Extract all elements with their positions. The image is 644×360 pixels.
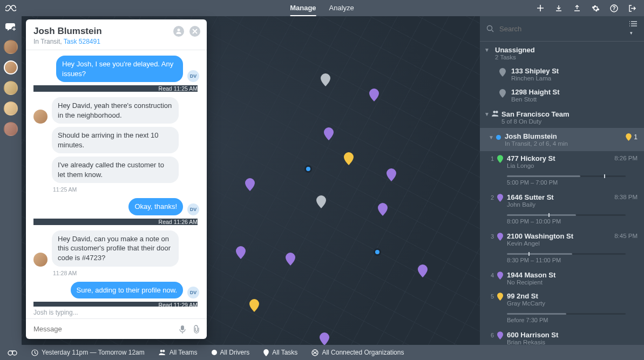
time-stamp: 11:25 AM: [53, 186, 199, 193]
avatar-dv: DV: [187, 203, 199, 215]
list-view-icon[interactable]: ▾: [629, 21, 638, 37]
map-driver-dot[interactable]: [304, 165, 312, 173]
read-stamp: Read 11:26 AM: [33, 219, 198, 225]
pin-icon: [497, 155, 503, 163]
export-icon[interactable]: [573, 4, 581, 12]
driver-badge: 1: [626, 133, 638, 141]
unassigned-task[interactable]: 1298 Haight StBen Stott: [480, 85, 644, 106]
filter-drivers[interactable]: All Drivers: [212, 349, 250, 356]
sidebar: ▾ ▼ Unassigned 2 Tasks 133 Shipley StRin…: [480, 16, 644, 345]
sidebar-list: ▼ Unassigned 2 Tasks 133 Shipley StRinch…: [480, 42, 644, 345]
help-icon[interactable]: ?: [609, 4, 618, 12]
map-pin[interactable]: [378, 203, 388, 216]
map-pin[interactable]: [316, 195, 326, 208]
rail-avatar-5[interactable]: [4, 122, 18, 136]
time-window-label: 8:30 PM – 11:00 PM: [480, 256, 644, 268]
map-pin[interactable]: [418, 264, 428, 277]
chevron-down-icon[interactable]: ▼: [484, 111, 490, 117]
map-pin[interactable]: [249, 299, 259, 312]
stop-recipient: Kevin Angel: [499, 240, 638, 247]
filter-orgs[interactable]: All Connected Organizations: [311, 349, 404, 356]
binoculars-icon[interactable]: [8, 349, 17, 356]
msg-in: Hey David, can you make a note on this c…: [52, 230, 179, 267]
pin-icon: [497, 293, 503, 301]
stop-number: 3: [487, 233, 494, 240]
read-stamp: Read 11:29 AM: [33, 302, 198, 307]
attach-icon[interactable]: [193, 325, 200, 334]
unassigned-task[interactable]: 133 Shipley StRinchen Lama: [480, 64, 644, 85]
read-stamp: Read 11:25 AM: [33, 85, 198, 92]
nav-manage[interactable]: Manage: [290, 1, 316, 16]
search-icon: [486, 25, 494, 32]
add-icon[interactable]: [536, 4, 545, 12]
map-pin[interactable]: [324, 127, 334, 140]
stop-address: 99 2nd St: [499, 292, 638, 300]
stop-address: 600 Harrison St: [499, 331, 638, 339]
status-dot: [496, 135, 501, 140]
time-window-bar: [507, 313, 626, 315]
close-icon[interactable]: [189, 26, 200, 37]
rail-avatar-3[interactable]: [4, 81, 18, 95]
time-range[interactable]: Yesterday 11pm — Tomorrow 12am: [31, 349, 145, 356]
map-pin[interactable]: [286, 253, 295, 266]
svg-point-6: [12, 351, 17, 355]
map-pin[interactable]: [387, 168, 396, 181]
bottom-bar: Yesterday 11pm — Tomorrow 12am All Teams…: [0, 345, 644, 360]
map-pin[interactable]: [320, 332, 329, 345]
stop-row[interactable]: 6 600 Harrison St Brian Rekasis: [480, 328, 644, 345]
map-pin[interactable]: [369, 89, 379, 101]
svg-point-4: [487, 26, 492, 31]
map-pin[interactable]: [236, 246, 246, 259]
msg-out: Sure, adding to their profile now.: [71, 282, 183, 299]
gear-icon[interactable]: [591, 4, 600, 12]
driver-row[interactable]: ▼ Josh Blumstein In Transit, 2 of 6, 4 m…: [480, 128, 644, 151]
map-driver-dot[interactable]: [374, 248, 381, 256]
stop-row[interactable]: 2 1646 Sutter St John Baily 8:38 PM: [480, 190, 644, 211]
chat-thread: Hey Josh, I see you're delayed. Any issu…: [26, 50, 207, 307]
profile-icon[interactable]: [173, 26, 184, 37]
stop-eta: 8:26 PM: [614, 155, 638, 161]
time-window-label: 5:00 PM – 7:00 PM: [480, 178, 644, 190]
chat-composer: [26, 318, 207, 339]
chevron-down-icon[interactable]: ▼: [489, 134, 494, 140]
msg-in: Hey David, yeah there's construction in …: [52, 97, 179, 124]
stop-row[interactable]: 3 2100 Washington St Kevin Angel 8:45 PM: [480, 229, 644, 250]
search-input[interactable]: [498, 24, 625, 33]
pin-icon: [497, 271, 503, 280]
topbar-actions: ?: [536, 4, 644, 12]
stop-row[interactable]: 1 477 Hickory St Lia Longo 8:26 PM: [480, 151, 644, 172]
pin-icon: [497, 194, 503, 202]
svg-point-5: [8, 351, 12, 355]
left-rail: [0, 16, 22, 345]
rail-avatar-1[interactable]: [4, 40, 18, 54]
chat-new-icon[interactable]: [4, 21, 17, 33]
mic-icon[interactable]: [179, 325, 186, 334]
filter-tasks[interactable]: All Tasks: [263, 349, 297, 356]
map-pin[interactable]: [344, 152, 354, 165]
stop-number: 4: [487, 272, 494, 279]
chat-task-link[interactable]: Task 528491: [64, 38, 100, 45]
rail-avatar-2[interactable]: [4, 60, 18, 74]
nav-analyze[interactable]: Analyze: [329, 1, 354, 16]
team-icon: [492, 111, 499, 117]
filter-teams[interactable]: All Teams: [159, 349, 198, 356]
pin-icon: [497, 331, 503, 339]
stop-row[interactable]: 5 99 2nd St Gray McCarty: [480, 289, 644, 310]
pin-icon: [499, 89, 506, 98]
map-pin[interactable]: [321, 73, 330, 86]
chevron-down-icon[interactable]: ▼: [484, 47, 490, 53]
stop-eta: 8:45 PM: [614, 233, 638, 239]
msg-out: Okay, thanks!: [128, 198, 183, 215]
map-pin[interactable]: [245, 178, 255, 191]
group-team[interactable]: ▼ San Francisco Team 5 of 8 On Duty: [480, 106, 644, 128]
logout-icon[interactable]: [628, 4, 636, 12]
time-window-bar: [507, 214, 626, 216]
stop-eta: 8:38 PM: [614, 194, 638, 200]
message-input[interactable]: [32, 324, 172, 334]
import-icon[interactable]: [554, 4, 563, 12]
map-area[interactable]: Josh Blumstein In Transit, Task 528491 H…: [22, 16, 480, 345]
rail-avatar-4[interactable]: [4, 101, 18, 116]
stop-row[interactable]: 4 1944 Mason St No Recipient: [480, 268, 644, 289]
group-unassigned[interactable]: ▼ Unassigned 2 Tasks: [480, 42, 644, 64]
topbar: Manage Analyze ?: [0, 0, 644, 16]
